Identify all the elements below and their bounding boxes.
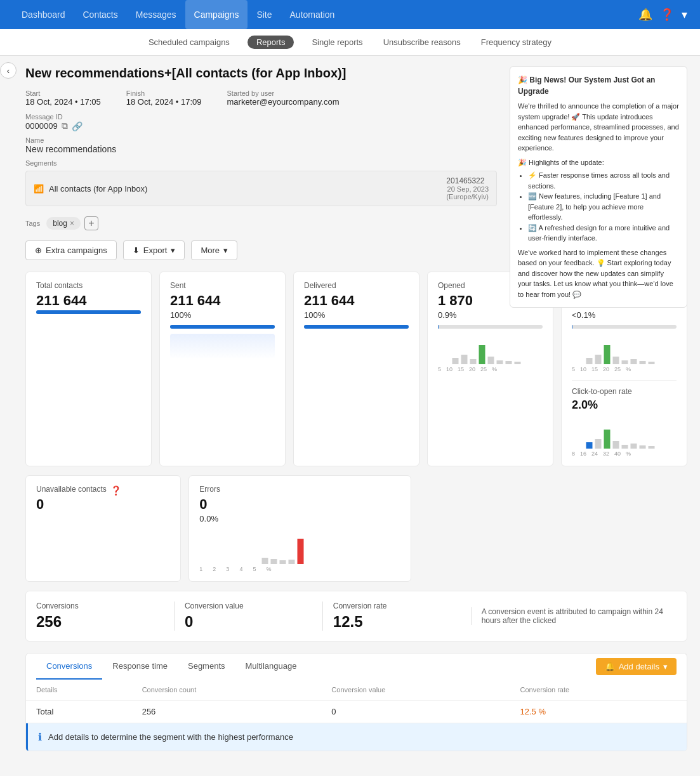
tab-response-time[interactable]: Response time xyxy=(102,654,178,680)
name-value: New recommendations xyxy=(25,144,116,154)
svg-rect-17 xyxy=(595,439,602,449)
nav-messages[interactable]: Messages xyxy=(127,0,185,29)
errors-value: 0 xyxy=(199,496,400,513)
svg-rect-24 xyxy=(262,558,268,564)
conv-rate-value: 12.5 xyxy=(333,613,463,631)
info-icon: ℹ xyxy=(38,731,42,743)
svg-rect-22 xyxy=(640,445,646,449)
segment-name: All contacts (for App Inbox) xyxy=(49,184,147,194)
tags-label: Tags xyxy=(25,220,40,227)
nav-automation[interactable]: Automation xyxy=(281,0,344,29)
conversions-table: Details Conversion count Conversion valu… xyxy=(26,680,687,723)
subnav-reports[interactable]: Reports xyxy=(248,36,294,49)
cto-label: Click-to-open rate xyxy=(572,387,677,396)
delivered-card: Delivered 211 644 100% xyxy=(293,272,419,466)
info-banner-text: Add details to determine the segment wit… xyxy=(48,732,293,742)
stats-row-2: Unavailable contacts ❓ 0 Errors 0 0.0% xyxy=(25,475,687,582)
svg-rect-2 xyxy=(470,359,477,364)
wifi-icon: 📶 xyxy=(34,184,44,194)
dropdown-icon[interactable]: ▾ xyxy=(682,8,687,22)
preview-highlights-title: 🎉 Highlights of the update: xyxy=(518,157,679,168)
subnav-single-reports[interactable]: Single reports xyxy=(309,29,365,56)
finish-label: Finish xyxy=(126,89,202,97)
subnav-frequency[interactable]: Frequency strategy xyxy=(479,29,554,56)
started-by-label: Started by user xyxy=(227,89,340,97)
svg-rect-6 xyxy=(506,361,512,364)
svg-rect-14 xyxy=(640,361,646,364)
tab-segments[interactable]: Segments xyxy=(178,654,235,680)
opened-axis: 510152025% xyxy=(438,366,543,372)
add-details-button[interactable]: 🔔 Add details ▾ xyxy=(596,658,677,675)
errors-chart xyxy=(199,532,400,564)
svg-rect-3 xyxy=(479,345,485,364)
sent-bar xyxy=(170,325,275,329)
svg-rect-13 xyxy=(631,359,637,364)
opened-chart xyxy=(438,332,543,364)
extra-campaigns-button[interactable]: ⊕ Extra campaigns xyxy=(25,240,117,260)
started-by-meta: Started by user marketer@eyourcompany.co… xyxy=(227,89,340,107)
col-header-details: Details xyxy=(26,680,132,700)
clicked-top-axis: 510152025% xyxy=(572,366,677,372)
preview-card: 🎉 Big News! Our System Just Got an Upgra… xyxy=(510,66,687,308)
delivered-label: Delivered xyxy=(304,281,409,290)
sent-area-chart xyxy=(170,334,275,359)
svg-rect-18 xyxy=(604,430,611,449)
tag-remove-icon[interactable]: × xyxy=(70,219,74,228)
tabs-bar: Conversions Response time Segments Multi… xyxy=(25,653,687,680)
subnav-scheduled[interactable]: Scheduled campaigns xyxy=(146,29,232,56)
tag-add-button[interactable]: + xyxy=(84,216,98,230)
start-value: 18 Oct, 2024 • 17:05 xyxy=(25,97,101,107)
svg-rect-11 xyxy=(613,357,619,364)
export-button[interactable]: ⬇ Export ▾ xyxy=(123,240,185,260)
svg-rect-9 xyxy=(595,355,602,364)
cell-value: 0 xyxy=(321,700,510,723)
copy-icon[interactable]: ⧉ xyxy=(62,121,68,131)
svg-rect-27 xyxy=(289,560,295,564)
nav-campaigns[interactable]: Campaigns xyxy=(185,0,248,29)
nav-dashboard[interactable]: Dashboard xyxy=(13,0,74,29)
delivered-pct: 100% xyxy=(304,310,409,320)
col-header-rate: Conversion rate xyxy=(510,680,687,700)
conversions-section: Conversions 256 Conversion value 0 Conve… xyxy=(25,591,687,641)
tag-blog[interactable]: blog × xyxy=(46,217,81,230)
svg-rect-19 xyxy=(613,441,619,449)
nav-site[interactable]: Site xyxy=(248,0,281,29)
tab-multilanguage[interactable]: Multilanguage xyxy=(235,654,307,680)
sidebar-toggle[interactable]: ‹ xyxy=(0,62,17,79)
svg-rect-23 xyxy=(649,446,655,449)
preview-footer: We've worked hard to implement these cha… xyxy=(518,247,679,300)
svg-rect-1 xyxy=(461,355,468,364)
subnav-unsubscribe[interactable]: Unsubscribe reasons xyxy=(381,29,463,56)
chevron-left-icon: ‹ xyxy=(7,66,10,76)
errors-label: Errors xyxy=(199,485,400,494)
conversions-label: Conversions xyxy=(36,602,166,610)
tab-conversions[interactable]: Conversions xyxy=(36,654,102,680)
delivered-bar xyxy=(304,325,409,329)
help-icon[interactable]: ❓ xyxy=(660,8,674,22)
finish-meta: Finish 18 Oct, 2024 • 17:09 xyxy=(126,89,202,107)
bell-icon[interactable]: 🔔 xyxy=(638,8,652,22)
errors-axis: 12345% xyxy=(199,566,400,572)
more-button[interactable]: More ▾ xyxy=(191,240,237,260)
start-meta: Start 18 Oct, 2024 • 17:05 xyxy=(25,89,101,107)
delivered-value: 211 644 xyxy=(304,293,409,309)
total-contacts-bar xyxy=(36,310,141,314)
svg-rect-4 xyxy=(488,357,494,364)
tags-row: Tags blog × + xyxy=(25,216,497,230)
nav-contacts[interactable]: Contacts xyxy=(74,0,127,29)
cto-chart xyxy=(572,417,677,449)
sub-nav: Scheduled campaigns Reports Single repor… xyxy=(0,29,700,56)
svg-rect-16 xyxy=(586,442,593,449)
svg-rect-26 xyxy=(280,560,286,564)
conv-value-label: Conversion value xyxy=(185,602,315,610)
svg-rect-5 xyxy=(497,360,503,364)
unavail-help-icon[interactable]: ❓ xyxy=(110,485,121,496)
cell-rate: 12.5 % xyxy=(510,700,687,723)
link-icon[interactable]: 🔗 xyxy=(72,121,83,131)
col-header-value: Conversion value xyxy=(321,680,510,700)
export-icon: ⬇ xyxy=(133,246,140,255)
segment-id: 201465322 xyxy=(446,176,489,185)
add-details-dropdown-icon: ▾ xyxy=(663,662,668,671)
conv-value-block: Conversion value 0 xyxy=(174,602,315,631)
svg-rect-7 xyxy=(515,362,521,364)
